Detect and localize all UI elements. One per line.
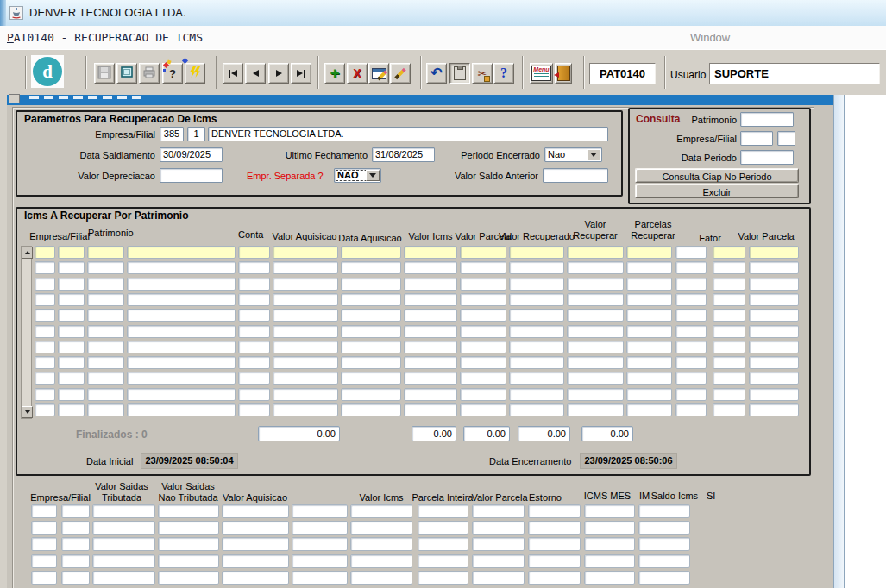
grid-cell[interactable] xyxy=(87,293,124,306)
grid-cell[interactable] xyxy=(238,325,270,338)
grid-cell[interactable] xyxy=(675,403,707,416)
grid-cell[interactable] xyxy=(404,309,457,322)
periodo-encerrado-dropdown[interactable]: Nao xyxy=(544,147,602,162)
grid-cell[interactable] xyxy=(238,246,270,259)
grid-cell[interactable] xyxy=(58,278,85,291)
grid-cell[interactable] xyxy=(31,571,57,585)
grid-cell[interactable] xyxy=(418,571,468,585)
grid-cell[interactable] xyxy=(350,537,412,551)
grid-cell[interactable] xyxy=(460,246,506,259)
grid-cell[interactable] xyxy=(528,554,581,568)
window-titlebar[interactable]: DENVER TECNOLOGIA LTDA. xyxy=(0,0,886,27)
grid-cell[interactable] xyxy=(158,554,219,568)
grid-cell[interactable] xyxy=(58,309,85,322)
grid-cell[interactable] xyxy=(222,521,289,535)
grid-cell[interactable] xyxy=(567,372,624,385)
grid-cell[interactable] xyxy=(35,325,55,338)
grid-cell[interactable] xyxy=(404,246,457,259)
grid-cell[interactable] xyxy=(31,537,57,551)
grid-cell[interactable] xyxy=(31,521,57,535)
grid-cell[interactable] xyxy=(404,372,457,385)
grid-cell[interactable] xyxy=(273,341,338,353)
grid-cell[interactable] xyxy=(626,388,672,401)
grid-cell[interactable] xyxy=(341,341,401,353)
grid-cell[interactable] xyxy=(87,341,124,353)
grid-cell[interactable] xyxy=(418,537,468,551)
grid-cell[interactable] xyxy=(238,293,270,306)
grid-cell[interactable] xyxy=(92,571,155,585)
grid-cell[interactable] xyxy=(713,403,745,416)
grid-cell[interactable] xyxy=(460,293,506,306)
first-record-button[interactable] xyxy=(223,63,243,84)
grid-cell[interactable] xyxy=(127,372,236,385)
grid-cell[interactable] xyxy=(749,341,799,353)
grid-cell[interactable] xyxy=(567,341,624,353)
ultimo-fechamento-field[interactable]: 31/08/2025 xyxy=(372,147,435,162)
grid-cell[interactable] xyxy=(35,309,55,322)
grid-cell[interactable] xyxy=(460,403,506,416)
grid-cell[interactable] xyxy=(341,325,401,338)
grid-cell[interactable] xyxy=(713,372,745,385)
grid-cell[interactable] xyxy=(509,246,564,259)
grid-cell[interactable] xyxy=(35,246,55,259)
grid-cell[interactable] xyxy=(675,372,707,385)
grid-cell[interactable] xyxy=(92,537,155,551)
grid-cell[interactable] xyxy=(273,246,338,259)
grid-cell[interactable] xyxy=(341,372,401,385)
grid-cell[interactable] xyxy=(713,246,745,259)
scroll-down-button[interactable] xyxy=(22,406,33,418)
grid-cell[interactable] xyxy=(509,309,564,322)
grid-cell[interactable] xyxy=(675,293,707,306)
grid-cell[interactable] xyxy=(273,261,338,274)
grid-cell[interactable] xyxy=(404,325,457,338)
grid-cell[interactable] xyxy=(238,278,270,291)
consulta-data-periodo-field[interactable] xyxy=(740,150,794,165)
grid-cell[interactable] xyxy=(273,356,338,369)
grid-cell[interactable] xyxy=(87,356,124,369)
grid-cell[interactable] xyxy=(584,554,635,568)
grid-cell[interactable] xyxy=(584,521,635,535)
grid-cell[interactable] xyxy=(222,554,289,568)
grid-cell[interactable] xyxy=(92,504,155,518)
grid-cell[interactable] xyxy=(31,504,57,518)
consulta-filial-field[interactable] xyxy=(777,131,795,146)
menu-button[interactable]: Menu xyxy=(530,63,553,84)
grid-cell[interactable] xyxy=(341,246,401,259)
grid-cell[interactable] xyxy=(638,571,690,585)
grid-cell[interactable] xyxy=(567,293,624,306)
grid-cell[interactable] xyxy=(292,521,348,535)
grid-cell[interactable] xyxy=(127,356,236,369)
grid-cell[interactable] xyxy=(509,356,564,369)
help-button[interactable]: ? xyxy=(493,63,514,84)
grid-cell[interactable] xyxy=(127,309,236,322)
enter-query-button[interactable]: ? xyxy=(162,63,183,84)
screen-button[interactable] xyxy=(116,63,137,84)
grid-cell[interactable] xyxy=(528,504,581,518)
grid-cell[interactable] xyxy=(749,325,799,338)
grid-cell[interactable] xyxy=(273,293,338,306)
grid-cell[interactable] xyxy=(472,504,525,518)
grid-cell[interactable] xyxy=(350,554,412,568)
grid-cell[interactable] xyxy=(418,554,468,568)
grid-cell[interactable] xyxy=(713,325,745,338)
grid-cell[interactable] xyxy=(35,403,55,416)
consulta-patrimonio-field[interactable] xyxy=(740,112,794,127)
grid-cell[interactable] xyxy=(509,325,564,338)
print-button[interactable] xyxy=(139,63,160,84)
grid-cell[interactable] xyxy=(713,388,745,401)
grid-cell[interactable] xyxy=(341,278,401,291)
dropdown-arrow-icon[interactable] xyxy=(587,149,600,160)
scroll-up-button[interactable] xyxy=(22,247,33,259)
grid-cell[interactable] xyxy=(238,372,270,385)
grid-cell[interactable] xyxy=(404,278,457,291)
grid-cell[interactable] xyxy=(273,278,338,291)
grid-cell[interactable] xyxy=(675,341,707,353)
grid-cell[interactable] xyxy=(713,341,745,353)
grid-cell[interactable] xyxy=(567,356,624,369)
grid-cell[interactable] xyxy=(713,278,745,291)
grid-cell[interactable] xyxy=(87,246,124,259)
excluir-button[interactable]: Excluir xyxy=(635,184,799,198)
grid-cell[interactable] xyxy=(418,504,468,518)
grid-cell[interactable] xyxy=(567,388,624,401)
grid-cell[interactable] xyxy=(87,261,124,274)
